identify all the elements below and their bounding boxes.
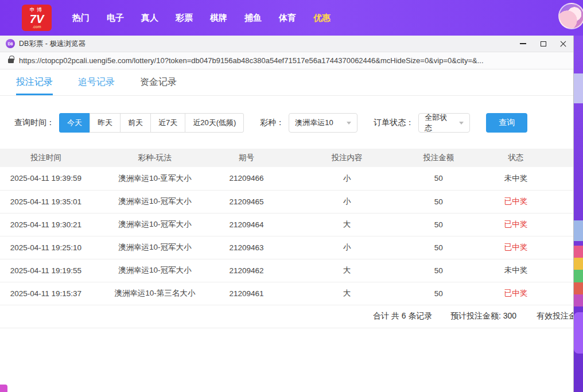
table-row: 2025-04-11 19:25:10澳洲幸运10-冠军大小21209463小5… <box>0 236 573 259</box>
site-navbar: 申博 7V .com 热门电子真人彩票棋牌捕鱼体育优惠 <box>0 0 583 36</box>
cell-amount: 50 <box>418 236 458 259</box>
search-button[interactable]: 查询 <box>486 113 527 133</box>
table-row: 2025-04-11 19:35:01澳洲幸运10-冠军大小21209465小5… <box>0 190 573 213</box>
tab-1[interactable]: 投注记录 <box>16 69 53 95</box>
close-button[interactable] <box>553 36 573 52</box>
window-controls <box>513 36 573 52</box>
cell-amount: 50 <box>418 282 458 305</box>
cell-status: 未中奖 <box>458 259 573 282</box>
cell-amount: 50 <box>418 259 458 282</box>
cell-issue: 21209466 <box>218 167 275 190</box>
cell-status: 已中奖 <box>458 190 573 213</box>
logo-main-text: 7V <box>30 13 44 25</box>
time-option-4[interactable]: 近7天 <box>150 113 185 133</box>
filter-row: 查询时间： 今天昨天前天近7天近20天(低频) 彩种： 澳洲幸运10 订单状态：… <box>0 113 573 133</box>
nav-item-2[interactable]: 电子 <box>107 13 124 24</box>
cell-content: 大 <box>275 259 419 282</box>
cell-issue: 21209464 <box>218 213 275 236</box>
nav-item-7[interactable]: 体育 <box>279 13 296 24</box>
cell-content: 小 <box>275 167 419 190</box>
background-art <box>574 220 583 241</box>
status-select[interactable]: 全部状态 <box>418 113 470 133</box>
nav-item-5[interactable]: 棋牌 <box>210 13 227 24</box>
time-option-3[interactable]: 前天 <box>120 113 151 133</box>
tab-3[interactable]: 资金记录 <box>140 69 177 95</box>
lottery-filter-label: 彩种： <box>260 118 284 128</box>
background-art <box>574 246 583 306</box>
summary-row: 合计 共 6 条记录 预计投注金额: 300 有效投注金额: <box>0 305 573 328</box>
cell-content: 小 <box>275 236 419 259</box>
status-filter-label: 订单状态： <box>374 118 414 128</box>
summary-total: 合计 共 6 条记录 <box>373 311 432 321</box>
tabs: 投注记录追号记录资金记录 <box>0 69 573 96</box>
cell-issue: 21209461 <box>218 282 275 305</box>
cell-content: 小 <box>275 190 419 213</box>
time-option-5[interactable]: 近20天(低频) <box>185 113 244 133</box>
nav-item-3[interactable]: 真人 <box>141 13 158 24</box>
cell-content: 大 <box>275 282 419 305</box>
header-status: 状态 <box>458 149 573 167</box>
tab-2[interactable]: 追号记录 <box>78 69 115 95</box>
table-header-row: 投注时间 彩种-玩法 期号 投注内容 投注金额 状态 <box>0 149 573 167</box>
nav-item-6[interactable]: 捕鱼 <box>244 13 262 24</box>
window-title-bar: D8 DB彩票 - 极速浏览器 <box>0 36 573 52</box>
window-title: DB彩票 - 极速浏览器 <box>19 39 85 49</box>
cell-time: 2025-04-11 19:25:10 <box>0 236 92 259</box>
status-select-value: 全部状态 <box>425 112 453 133</box>
logo-sub-text: .com <box>32 25 41 29</box>
cell-issue: 21209462 <box>218 259 275 282</box>
background-art <box>574 73 583 103</box>
cell-game: 澳洲幸运10-冠军大小 <box>92 259 218 282</box>
time-filter-label: 查询时间： <box>14 118 55 128</box>
background-strip <box>574 36 583 392</box>
cell-issue: 21209465 <box>218 190 275 213</box>
cell-time: 2025-04-11 19:15:37 <box>0 282 92 305</box>
summary-expected: 预计投注金额: 300 <box>450 311 516 321</box>
time-filter-group: 今天昨天前天近7天近20天(低频) <box>59 113 244 133</box>
cell-amount: 50 <box>418 167 458 190</box>
nav-item-4[interactable]: 彩票 <box>176 13 193 24</box>
cell-issue: 21209463 <box>218 236 275 259</box>
cell-time: 2025-04-11 19:19:55 <box>0 259 92 282</box>
chevron-down-icon <box>347 122 351 125</box>
cell-game: 澳洲幸运10-亚军大小 <box>92 167 218 190</box>
minimize-icon <box>520 43 526 44</box>
cell-status: 已中奖 <box>458 236 573 259</box>
cell-game: 澳洲幸运10-冠军大小 <box>92 213 218 236</box>
cell-game: 澳洲幸运10-冠军大小 <box>92 190 218 213</box>
background-art <box>574 312 583 354</box>
browser-window: D8 DB彩票 - 极速浏览器 https://ctopcp02pcali.ue… <box>0 36 574 392</box>
header-game-play: 彩种-玩法 <box>92 149 218 167</box>
page-content: 投注记录追号记录资金记录 查询时间： 今天昨天前天近7天近20天(低频) 彩种：… <box>0 69 573 392</box>
site-logo[interactable]: 申博 7V .com <box>22 5 52 31</box>
lottery-select-value: 澳洲幸运10 <box>295 118 333 128</box>
user-avatar[interactable] <box>558 3 583 29</box>
bet-table: 投注时间 彩种-玩法 期号 投注内容 投注金额 状态 2025-04-11 19… <box>0 149 573 305</box>
header-amount: 投注金额 <box>418 149 458 167</box>
maximize-button[interactable] <box>533 36 553 52</box>
cell-content: 大 <box>275 213 419 236</box>
table-row: 2025-04-11 19:39:59澳洲幸运10-亚军大小21209466小5… <box>0 167 573 190</box>
lock-icon <box>8 59 14 63</box>
table-row: 2025-04-11 19:30:21澳洲幸运10-冠军大小21209464大5… <box>0 213 573 236</box>
minimize-button[interactable] <box>513 36 533 52</box>
header-bet-time: 投注时间 <box>0 149 92 167</box>
cell-amount: 50 <box>418 190 458 213</box>
logo-top-text: 申博 <box>30 7 44 13</box>
header-content: 投注内容 <box>275 149 419 167</box>
maximize-icon <box>541 41 546 46</box>
table-row: 2025-04-11 19:19:55澳洲幸运10-冠军大小21209462大5… <box>0 259 573 282</box>
cell-status: 已中奖 <box>458 213 573 236</box>
nav-menu: 热门电子真人彩票棋牌捕鱼体育优惠 <box>55 13 331 24</box>
lottery-select[interactable]: 澳洲幸运10 <box>289 113 357 133</box>
cell-game: 澳洲幸运10-冠军大小 <box>92 236 218 259</box>
time-option-2[interactable]: 昨天 <box>90 113 121 133</box>
table-row: 2025-04-11 19:15:37澳洲幸运10-第三名大小21209461大… <box>0 282 573 305</box>
time-option-1[interactable]: 今天 <box>59 113 90 133</box>
nav-item-1[interactable]: 热门 <box>72 13 90 24</box>
summary-valid: 有效投注金额: <box>537 311 573 321</box>
url-text: https://ctopcp02pcali.uengi5e.com/lotter… <box>19 56 484 65</box>
address-bar[interactable]: https://ctopcp02pcali.uengi5e.com/lotter… <box>0 52 573 69</box>
nav-item-8[interactable]: 优惠 <box>313 13 331 24</box>
cell-status: 未中奖 <box>458 167 573 190</box>
